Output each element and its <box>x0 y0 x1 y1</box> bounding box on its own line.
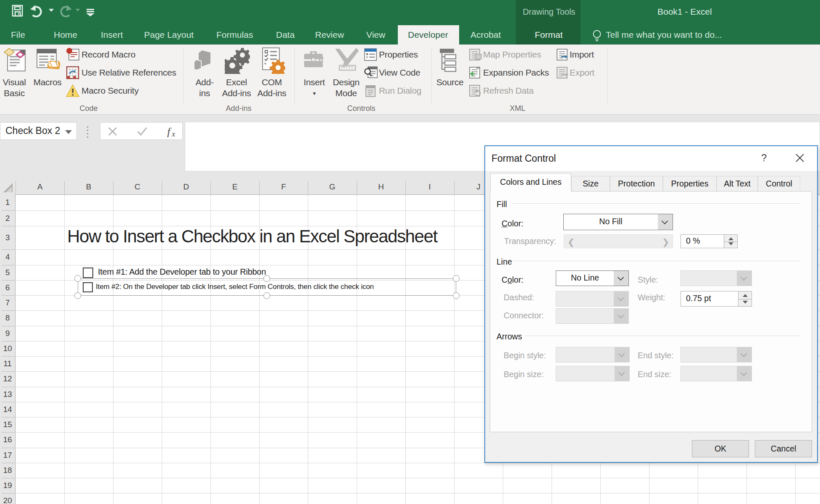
svg-text:f: f <box>167 126 172 138</box>
svg-text:x: x <box>171 130 175 138</box>
